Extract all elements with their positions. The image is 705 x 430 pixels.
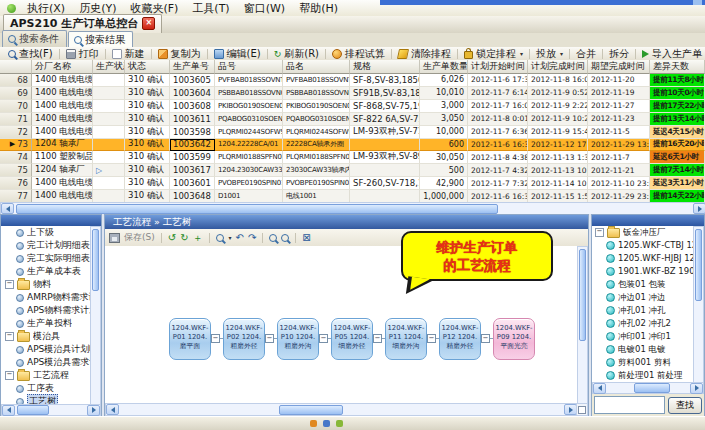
scroll-thumb[interactable] bbox=[92, 229, 99, 291]
column-header-4[interactable]: 生产单号 bbox=[170, 60, 215, 74]
column-header-1[interactable]: 分厂名称 bbox=[32, 60, 93, 74]
scroll-left-icon[interactable] bbox=[2, 405, 15, 416]
toolbar-button-12[interactable]: 拆分 bbox=[605, 47, 633, 61]
tree-item[interactable]: −模治具 bbox=[2, 330, 92, 343]
table-row[interactable]: 721400 电线电缆厂310 确认1003598PLQRMI0244SOFW9… bbox=[0, 126, 705, 139]
tree-item[interactable]: 1205.WKF-HJBJ 1205.钣金焊 bbox=[592, 252, 695, 265]
scroll-thumb[interactable] bbox=[17, 405, 49, 415]
connector-collapse-icon[interactable]: − bbox=[265, 334, 274, 343]
tree-item[interactable]: 1901.WKF-BZ 1901.包装 bbox=[592, 265, 695, 278]
zoom-in-icon[interactable] bbox=[269, 234, 277, 242]
toolbar-button-10[interactable]: 投放▾ bbox=[532, 47, 567, 61]
dropdown-arrow-icon[interactable]: ▾ bbox=[520, 50, 523, 57]
toolbar-button-6[interactable]: ↻刷新(R) bbox=[270, 47, 323, 61]
menu-item-W[interactable]: 窗口(W) bbox=[237, 0, 292, 17]
collapse-icon[interactable]: − bbox=[595, 228, 604, 237]
flow-vertical-scrollbar[interactable] bbox=[577, 246, 588, 405]
tree-item[interactable]: 完工计划明细表 bbox=[2, 239, 92, 252]
table-row[interactable]: 701400 电线电缆厂310 确认1003608PKIBOG0190SOEN0… bbox=[0, 100, 705, 113]
toolbar-button-11[interactable]: 合并 bbox=[572, 47, 600, 61]
tab-search-condition[interactable]: 搜索条件 bbox=[2, 30, 67, 47]
scroll-thumb[interactable] bbox=[579, 249, 586, 341]
process-node[interactable]: 1204.WKF-P01 1204.磨平面 bbox=[169, 318, 211, 360]
tree-item[interactable]: 冲边01 冲边 bbox=[592, 291, 695, 304]
right-tree-horizontal-scrollbar[interactable] bbox=[592, 382, 704, 394]
column-header-9[interactable]: 计划开始时间 bbox=[468, 60, 528, 74]
tree-item[interactable]: 冲印01 冲印1 bbox=[592, 330, 695, 343]
tree-item[interactable]: 冲孔02 冲孔2 bbox=[592, 317, 695, 330]
toolbar-button-9[interactable]: 锁定排程▾ bbox=[460, 47, 527, 61]
tree-item[interactable]: 包装01 包装 bbox=[592, 278, 695, 291]
tree-item[interactable]: 上下级 bbox=[2, 226, 92, 239]
add-node-icon[interactable]: ＋ bbox=[193, 233, 203, 243]
collapse-icon[interactable]: − bbox=[5, 371, 14, 380]
column-header-6[interactable]: 品名 bbox=[283, 60, 350, 74]
connector-collapse-icon[interactable]: − bbox=[211, 334, 220, 343]
toolbar-button-4[interactable]: 复制为 bbox=[154, 47, 205, 61]
column-header-10[interactable]: 计划完成时间▲ bbox=[528, 60, 588, 74]
menu-item-T[interactable]: 工具(T) bbox=[185, 0, 236, 17]
tree-item[interactable]: 冲孔01 冲孔 bbox=[592, 304, 695, 317]
flow-overview-toggle[interactable] bbox=[576, 403, 588, 416]
process-node[interactable]: 1204.WKF-P02 1204.粗磨外径 bbox=[223, 318, 265, 360]
table-row[interactable]: 771400 电线电缆厂310 确认1003648D1001电线10011,00… bbox=[0, 190, 705, 202]
tree-item[interactable]: 剪料001 剪料 bbox=[592, 356, 695, 369]
scroll-thumb[interactable] bbox=[16, 204, 498, 214]
table-row[interactable]: 681400 电线电缆厂310 确认1003605PVFBAB018SSOVNT… bbox=[0, 74, 705, 87]
column-header-11[interactable]: 期望完成时间 bbox=[588, 60, 650, 74]
workcenter-search-button[interactable]: 查找 bbox=[668, 397, 702, 414]
left-tree-vertical-scrollbar[interactable] bbox=[90, 226, 101, 406]
process-node[interactable]: 1204.WKF-P05 1204.细磨外径 bbox=[331, 318, 373, 360]
rotate-left-icon[interactable]: ↺ bbox=[168, 233, 176, 243]
toolbar-button-13[interactable]: 导入生产单 bbox=[638, 47, 705, 61]
save-icon[interactable] bbox=[109, 233, 120, 243]
undo-icon[interactable]: ↶ bbox=[236, 233, 244, 243]
table-row[interactable]: 751204 轴承厂▷310 确认10036171204.23030CAW33/… bbox=[0, 164, 705, 177]
toolbar-button-2[interactable]: 打印 bbox=[62, 47, 103, 61]
collapse-icon[interactable]: − bbox=[5, 332, 14, 341]
table-row[interactable]: 761400 电线电缆厂310 确认1003601PVOBPE0190SPIN0… bbox=[0, 177, 705, 190]
tree-item[interactable]: −钣金冲压厂 bbox=[592, 226, 695, 239]
zoom-out-icon[interactable] bbox=[281, 234, 289, 242]
column-header-3[interactable]: 状态 bbox=[125, 60, 170, 74]
tree-item[interactable]: 前处理01 前处理 bbox=[592, 369, 695, 382]
connector-collapse-icon[interactable]: − bbox=[427, 334, 436, 343]
toolbar-button-3[interactable]: 新建 bbox=[108, 47, 149, 61]
left-tree-horizontal-scrollbar[interactable] bbox=[1, 404, 101, 416]
connector-collapse-icon[interactable]: − bbox=[373, 334, 382, 343]
toolbar-button-8[interactable]: 清除排程 bbox=[394, 47, 455, 61]
workcenter-search-input[interactable] bbox=[594, 396, 665, 414]
column-header-gutter[interactable] bbox=[0, 60, 32, 74]
toolbar-button-7[interactable]: 排程试算 bbox=[328, 47, 389, 61]
redo-icon[interactable]: ↷ bbox=[248, 233, 256, 243]
tree-item[interactable]: APS模治具计划明细 bbox=[2, 343, 92, 356]
scroll-thumb[interactable] bbox=[695, 229, 702, 301]
tree-item[interactable]: 1205.WKF-CTBJ 1205.钣金冲 bbox=[592, 239, 695, 252]
rotate-right-icon[interactable]: ↻ bbox=[180, 233, 188, 243]
tree-item[interactable]: APS物料需求计划明 bbox=[2, 304, 92, 317]
scroll-left-icon[interactable] bbox=[106, 404, 119, 415]
column-header-8[interactable]: 生产单数量 bbox=[420, 60, 468, 74]
scroll-thumb[interactable] bbox=[634, 383, 670, 393]
menu-item-H[interactable]: 帮助(H) bbox=[292, 0, 345, 17]
connector-collapse-icon[interactable]: − bbox=[481, 334, 490, 343]
tree-item[interactable]: APS模治具需求计划 bbox=[2, 356, 92, 369]
table-row[interactable]: ▶731204 轴承厂310 确认10036421204.22228CA/012… bbox=[0, 139, 705, 152]
dropdown-arrow-icon[interactable]: ▾ bbox=[560, 50, 563, 57]
tree-item[interactable]: −工艺流程 bbox=[2, 369, 92, 382]
process-node[interactable]: 1204.WKF-P11 1204.细磨外沟 bbox=[385, 318, 427, 360]
toolbar-button-1[interactable]: 查找(F) bbox=[4, 47, 57, 61]
tree-item[interactable]: 生产单成本表 bbox=[2, 265, 92, 278]
scroll-right-icon[interactable] bbox=[690, 383, 703, 394]
save-button[interactable]: 保存(S) bbox=[124, 231, 155, 244]
table-row[interactable]: 711400 电线电缆厂310 确认1003611PQABOG0310SOEN0… bbox=[0, 113, 705, 126]
column-header-2[interactable]: 生产状态 bbox=[93, 60, 125, 74]
collapse-icon[interactable]: − bbox=[5, 280, 14, 289]
scroll-right-icon[interactable] bbox=[87, 405, 100, 416]
tree-item[interactable]: 完工实际明细表 bbox=[2, 252, 92, 265]
tree-item[interactable]: 生产单投料 bbox=[2, 317, 92, 330]
column-header-12[interactable]: 差异天数 bbox=[650, 60, 705, 74]
flow-horizontal-scrollbar[interactable] bbox=[105, 403, 578, 416]
scroll-thumb[interactable] bbox=[279, 405, 343, 415]
column-header-7[interactable]: 规格 bbox=[350, 60, 420, 74]
